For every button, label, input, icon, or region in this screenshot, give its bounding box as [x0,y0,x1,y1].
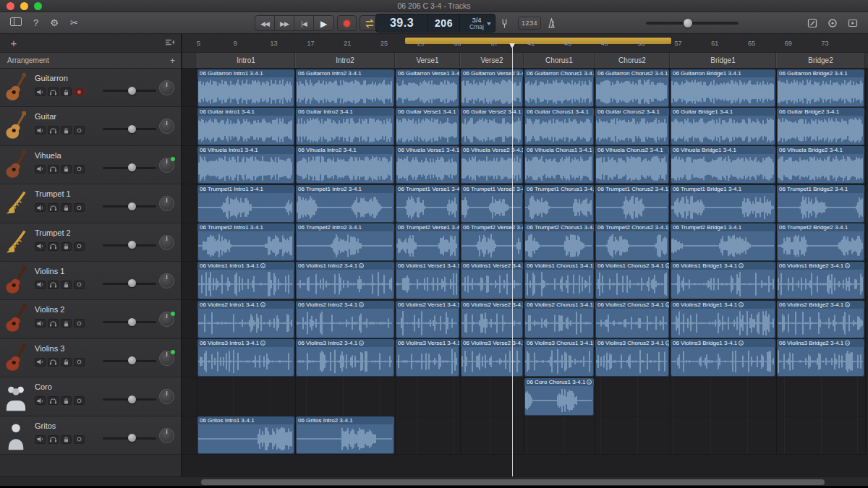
ruler[interactable]: 5913172125293337414549535761656973 [182,34,868,53]
audio-region[interactable]: 06 Guitarron Intro2 3-4.1 [296,69,394,107]
audio-region[interactable]: 06 Violins1 Verse1 3-4.1∿ [396,262,459,299]
track-header[interactable]: Violins 3 [0,339,181,377]
volume-slider[interactable] [103,321,156,323]
pan-knob[interactable] [159,312,174,327]
quick-help-icon[interactable]: ? [33,15,38,31]
record-enable-button[interactable] [74,396,85,405]
mute-button[interactable] [35,242,46,251]
audio-region[interactable]: 06 Gritos Intro1 3-4.1 [197,416,294,454]
lcd-position-cell[interactable]: 39.3 [376,14,428,32]
audio-region[interactable]: 06 Trumpet1 Chorus2 3-4.1 [595,185,669,223]
count-in-button[interactable]: 1234 [518,17,541,30]
audio-region[interactable]: 06 Violins3 Chorus2 3-4.1∿ [595,339,669,377]
solo-button[interactable] [48,281,59,289]
volume-slider-thumb[interactable] [128,279,136,287]
lock-button[interactable] [61,165,72,174]
track-header[interactable]: Trumpet 2 [0,223,181,262]
audio-region[interactable]: 06 Vihuela Intro2 3-4.1 [296,146,394,184]
record-enable-button[interactable] [74,281,85,289]
audio-region[interactable]: 06 Guitar Intro1 3-4.1 [197,108,294,145]
pan-knob[interactable] [159,351,174,366]
track-header[interactable]: Guitarron [0,69,181,107]
scissors-icon[interactable]: ✂ [70,15,78,31]
arrangement-track-row[interactable]: Arrangement + [0,53,181,69]
track-lane[interactable]: 06 Violins1 Intro1 3-4.1∿06 Violins1 Int… [182,262,868,300]
audio-region[interactable]: 06 Guitarron Verse2 3-4.1 [461,69,523,107]
lock-button[interactable] [61,87,72,96]
volume-slider[interactable] [103,283,156,285]
pan-knob[interactable] [159,119,174,134]
record-enable-button[interactable] [74,165,85,174]
audio-region[interactable]: 06 Guitar Chorus2 3-4.1 [595,108,669,145]
audio-region[interactable]: 06 Guitar Intro2 3-4.1 [296,108,394,145]
track-header[interactable]: Coro [0,377,181,416]
pan-knob[interactable] [159,196,174,211]
mute-button[interactable] [35,319,46,328]
audio-region[interactable]: 06 Guitarron Chorus1 3-4.1 [524,69,594,107]
audio-region[interactable]: 06 Trumpet1 Bridge2 3-4.1 [777,185,864,223]
audio-region[interactable]: 06 Vihuela Verse2 3-4.1 [461,146,523,184]
audio-region[interactable]: 06 Trumpet2 Chorus2 3-4.1 [595,223,669,261]
audio-region[interactable]: 06 Vihuela Intro1 3-4.1 [197,146,294,184]
audio-region[interactable]: 06 Guitarron Verse1 3-4.1 [396,69,459,107]
audio-region[interactable]: 06 Violins2 Verse1 3-4.1∿ [396,301,459,338]
record-enable-button[interactable] [74,126,85,134]
metronome-icon[interactable] [547,18,556,28]
audio-region[interactable]: 06 Violins1 Verse2 3-4.1∿ [461,262,523,299]
audio-region[interactable]: 06 Trumpet1 Chorus1 3-4.1 [524,185,594,223]
volume-slider[interactable] [103,167,156,169]
track-lane[interactable]: 06 Guitar Intro1 3-4.106 Guitar Intro2 3… [182,107,868,145]
audio-region[interactable]: 06 Guitar Bridge2 3-4.1 [777,108,864,145]
lock-button[interactable] [61,126,72,134]
volume-slider-thumb[interactable] [128,241,136,249]
arrangement-marker[interactable]: Verse2 [460,53,524,68]
add-track-button[interactable]: + [7,37,20,50]
go-to-beginning-button[interactable]: |◀ [294,16,314,31]
fast-forward-button[interactable]: ▶▶ [275,16,294,31]
lock-button[interactable] [61,319,72,328]
audio-region[interactable]: 06 Vihuela Chorus1 3-4.1 [524,146,594,184]
volume-slider[interactable] [103,90,156,92]
mute-button[interactable] [35,358,46,367]
mute-button[interactable] [35,165,46,174]
track-lane[interactable]: 06 Coro Chorus1 3-4.1∿ [182,377,868,416]
audio-region[interactable]: 06 Violins1 Chorus2 3-4.1∿ [595,262,669,299]
audio-region[interactable]: 06 Guitar Verse2 3-4.1 [461,108,523,145]
volume-slider[interactable] [103,244,156,247]
horizontal-scrollbar-track[interactable] [0,476,868,486]
arrangement-marker[interactable]: Chorus1 [524,53,595,68]
audio-region[interactable]: 06 Trumpet2 Bridge1 3-4.1 [671,223,775,261]
volume-slider[interactable] [103,360,156,362]
track-header-options-icon[interactable] [165,38,175,46]
solo-button[interactable] [48,435,59,444]
volume-slider-thumb[interactable] [128,163,136,171]
audio-region[interactable]: 06 Vihuela Chorus2 3-4.1 [595,146,669,184]
pan-knob[interactable] [159,80,174,95]
solo-button[interactable] [48,87,59,96]
solo-button[interactable] [48,126,59,134]
horizontal-scrollbar-thumb[interactable] [201,479,825,485]
audio-region[interactable]: 06 Violins2 Bridge2 3-4.1∿ [777,301,864,338]
volume-slider-thumb[interactable] [128,202,136,210]
solo-button[interactable] [48,396,59,405]
tuner-icon[interactable] [501,18,509,29]
audio-region[interactable]: 06 Violins2 Bridge1 3-4.1∿ [671,301,775,338]
track-lane[interactable]: 06 Trumpet2 Intro1 3-4.106 Trumpet2 Intr… [182,223,868,262]
lock-button[interactable] [61,396,72,405]
volume-slider-thumb[interactable] [128,395,136,403]
media-browser-icon[interactable] [848,18,858,28]
lcd-key-cell[interactable]: 3/4 Cmaj [460,14,493,32]
mute-button[interactable] [35,203,46,212]
lcd-display[interactable]: 39.3 206 3/4 Cmaj [375,14,495,33]
audio-region[interactable]: 06 Violins3 Intro2 3-4.1∿ [296,339,394,377]
audio-region[interactable]: 06 Violins3 Verse2 3-4.1∿ [461,339,523,377]
audio-region[interactable]: 06 Trumpet2 Verse2 3-4.1 [461,223,523,261]
rewind-button[interactable]: ◀◀ [255,16,275,31]
track-header[interactable]: Violins 2 [0,300,181,338]
arrangement-marker[interactable]: Bridge2 [776,53,865,68]
lcd-chevron-icon[interactable] [487,22,491,25]
track-lane[interactable]: 06 Violins2 Intro1 3-4.1∿06 Violins2 Int… [182,300,868,338]
pan-knob[interactable] [159,428,174,443]
pan-knob[interactable] [159,273,174,288]
record-enable-button[interactable] [74,87,85,96]
